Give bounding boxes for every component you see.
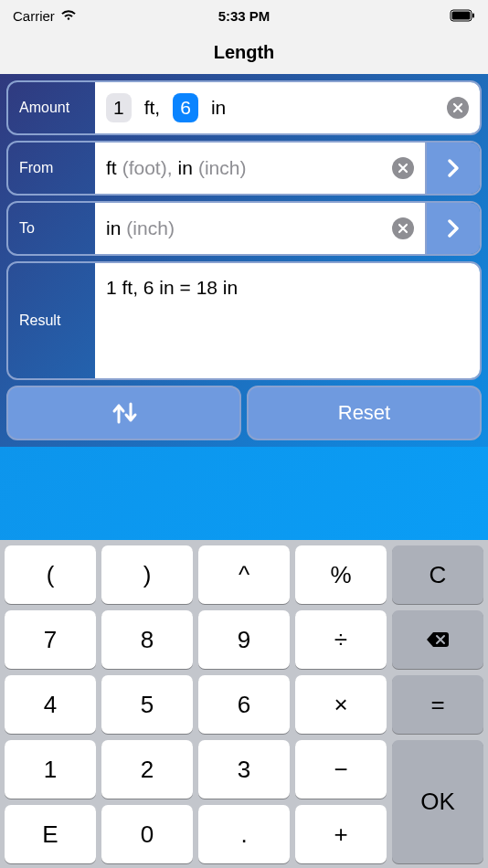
result-row: Result 1 ft, 6 in = 18 in bbox=[6, 261, 482, 380]
to-picker-button[interactable] bbox=[425, 203, 480, 254]
result-label: Result bbox=[8, 263, 95, 378]
key-power[interactable]: ^ bbox=[198, 545, 290, 604]
amount-label: Amount bbox=[8, 82, 95, 133]
from-unit-2: in bbox=[178, 157, 193, 179]
key-E[interactable]: E bbox=[5, 805, 96, 863]
page-title: Length bbox=[0, 31, 488, 74]
key-1[interactable]: 1 bbox=[5, 740, 96, 799]
close-icon bbox=[398, 223, 408, 234]
to-label: To bbox=[8, 203, 95, 254]
keypad: ( ) ^ % C 7 8 9 ÷ 4 5 6 × = 1 2 3 − OK E… bbox=[0, 540, 488, 868]
amount-field[interactable]: 1 ft, 6 in bbox=[95, 82, 480, 133]
close-icon bbox=[398, 163, 408, 174]
amount-unit-1: ft, bbox=[137, 93, 168, 122]
clear-from-button[interactable] bbox=[392, 157, 414, 179]
to-field[interactable]: in (inch) bbox=[95, 203, 425, 254]
backspace-icon bbox=[425, 630, 451, 649]
key-3[interactable]: 3 bbox=[198, 740, 290, 799]
key-multiply[interactable]: × bbox=[295, 675, 387, 734]
swap-icon bbox=[106, 399, 143, 427]
amount-unit-2: in bbox=[204, 93, 233, 122]
wifi-icon bbox=[60, 10, 77, 21]
key-4[interactable]: 4 bbox=[5, 675, 96, 734]
from-label: From bbox=[8, 143, 95, 194]
key-8[interactable]: 8 bbox=[101, 610, 193, 669]
from-unit-1: ft bbox=[106, 157, 117, 179]
chevron-right-icon bbox=[447, 158, 460, 178]
battery-icon bbox=[450, 9, 475, 22]
key-6[interactable]: 6 bbox=[198, 675, 290, 734]
key-subtract[interactable]: − bbox=[295, 740, 387, 799]
from-row: From ft (foot), in (inch) bbox=[6, 141, 482, 196]
key-7[interactable]: 7 bbox=[5, 610, 96, 669]
to-row: To in (inch) bbox=[6, 201, 482, 256]
key-add[interactable]: + bbox=[295, 805, 387, 863]
key-ok[interactable]: OK bbox=[392, 740, 483, 863]
key-9[interactable]: 9 bbox=[198, 610, 290, 669]
swap-button[interactable] bbox=[6, 386, 241, 440]
result-field: 1 ft, 6 in = 18 in bbox=[95, 263, 480, 378]
key-divide[interactable]: ÷ bbox=[295, 610, 387, 669]
key-2[interactable]: 2 bbox=[101, 740, 193, 799]
status-time: 5:33 PM bbox=[218, 8, 271, 24]
amount-row: Amount 1 ft, 6 in bbox=[6, 80, 482, 135]
key-lparen[interactable]: ( bbox=[5, 545, 96, 604]
gradient-spacer bbox=[0, 447, 488, 540]
from-picker-button[interactable] bbox=[425, 143, 480, 194]
status-bar: Carrier 5:33 PM bbox=[0, 0, 488, 31]
key-percent[interactable]: % bbox=[295, 545, 387, 604]
key-dot[interactable]: . bbox=[198, 805, 290, 863]
key-5[interactable]: 5 bbox=[101, 675, 193, 734]
amount-token-1[interactable]: 1 bbox=[106, 93, 132, 122]
clear-amount-button[interactable] bbox=[447, 97, 469, 119]
from-field[interactable]: ft (foot), in (inch) bbox=[95, 143, 425, 194]
to-unit-1-full: (inch) bbox=[126, 217, 175, 239]
from-unit-2-full: (inch) bbox=[198, 157, 247, 179]
key-backspace[interactable] bbox=[392, 610, 483, 669]
to-unit-1: in bbox=[106, 217, 121, 239]
amount-token-2[interactable]: 6 bbox=[173, 93, 198, 122]
reset-button[interactable]: Reset bbox=[247, 386, 482, 440]
svg-rect-2 bbox=[472, 14, 474, 18]
carrier-label: Carrier bbox=[13, 8, 55, 24]
chevron-right-icon bbox=[447, 218, 460, 238]
key-equals[interactable]: = bbox=[392, 675, 483, 734]
clear-to-button[interactable] bbox=[392, 217, 414, 239]
close-icon bbox=[452, 102, 463, 113]
key-0[interactable]: 0 bbox=[101, 805, 193, 863]
svg-rect-1 bbox=[452, 12, 471, 20]
key-rparen[interactable]: ) bbox=[101, 545, 193, 604]
key-clear[interactable]: C bbox=[392, 545, 483, 604]
from-unit-1-full: (foot), bbox=[122, 157, 173, 179]
